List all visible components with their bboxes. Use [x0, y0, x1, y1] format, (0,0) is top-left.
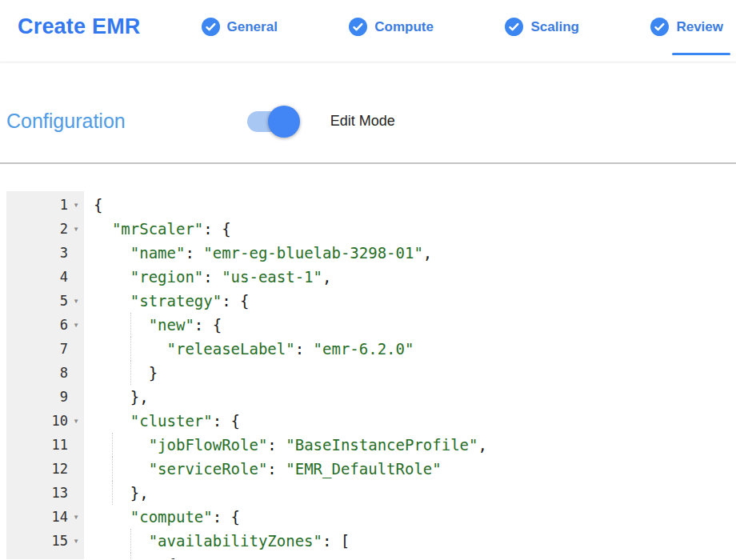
indent-guide	[112, 433, 113, 457]
code-line[interactable]: 16▾ {	[6, 553, 736, 559]
code-token: "region"	[130, 268, 204, 286]
code-token: :	[203, 268, 222, 286]
code-token	[94, 508, 130, 526]
code-token: ,	[322, 268, 331, 286]
json-editor[interactable]: 1▾{2▾ "mrScaler": {3 "name": "emr-eg-blu…	[6, 191, 736, 559]
code-text[interactable]: "cluster": {	[84, 409, 240, 433]
fold-arrow-icon[interactable]: ▾	[68, 553, 84, 559]
code-token: ,	[423, 244, 432, 262]
step-label: Compute	[374, 19, 434, 35]
code-token: "new"	[149, 316, 194, 334]
code-token: "name"	[130, 244, 186, 262]
step-review[interactable]: Review	[650, 18, 723, 36]
page-title: Create EMR	[18, 14, 141, 39]
code-line[interactable]: 9 },	[6, 385, 736, 409]
fold-arrow-icon[interactable]: ▾	[68, 217, 84, 241]
check-circle-icon	[505, 18, 523, 36]
toggle-knob[interactable]	[268, 106, 300, 138]
code-text[interactable]: {	[84, 553, 176, 559]
code-text[interactable]: "serviceRole": "EMR_DefaultRole"	[84, 457, 442, 481]
code-token: :	[267, 436, 286, 454]
fold-arrow-icon[interactable]: ▾	[68, 505, 84, 529]
line-number: 1	[60, 193, 68, 217]
check-circle-icon	[202, 18, 220, 36]
code-line[interactable]: 6▾ "new": {	[6, 313, 736, 337]
line-number: 6	[60, 313, 68, 337]
code-text[interactable]: "new": {	[84, 313, 222, 337]
code-token: "jobFlowRole"	[149, 436, 268, 454]
code-line[interactable]: 14▾ "compute": {	[6, 505, 736, 529]
step-scaling[interactable]: Scaling	[505, 18, 578, 36]
fold-arrow-icon[interactable]: ▾	[68, 193, 84, 217]
indent-guide	[112, 457, 113, 481]
code-token: :	[295, 340, 314, 358]
step-label: General	[227, 19, 278, 35]
step-compute[interactable]: Compute	[349, 18, 434, 36]
step-label: Review	[676, 19, 723, 35]
code-token	[94, 220, 112, 238]
indent-guide	[130, 361, 131, 385]
code-text[interactable]: "jobFlowRole": "BaseInstanceProfile",	[84, 433, 487, 457]
code-token: "emr-6.2.0"	[314, 340, 414, 358]
code-line[interactable]: 2▾ "mrScaler": {	[6, 217, 736, 241]
code-text[interactable]: "strategy": {	[84, 289, 249, 313]
code-token: "BaseInstanceProfile"	[286, 436, 478, 454]
indent-guide	[130, 313, 131, 337]
gutter-cell: 15▾	[6, 529, 84, 553]
gutter-cell: 1▾	[6, 193, 84, 217]
fold-arrow-icon[interactable]: ▾	[68, 409, 84, 433]
code-line[interactable]: 11 "jobFlowRole": "BaseInstanceProfile",	[6, 433, 736, 457]
code-line[interactable]: 13 },	[6, 481, 736, 505]
fold-arrow-icon[interactable]: ▾	[68, 529, 84, 553]
code-token: : [	[322, 532, 350, 550]
code-text[interactable]: "name": "emr-eg-bluelab-3298-01",	[84, 241, 432, 265]
code-token: : {	[194, 316, 222, 334]
gutter-cell: 4	[6, 265, 84, 289]
line-number: 12	[52, 457, 68, 481]
code-text[interactable]: "region": "us-east-1",	[84, 265, 331, 289]
line-number: 3	[60, 241, 68, 265]
line-number: 14	[52, 505, 68, 529]
code-text[interactable]: "releaseLabel": "emr-6.2.0"	[84, 337, 414, 361]
code-text[interactable]: "availabilityZones": [	[84, 529, 350, 553]
wizard-header: Create EMR General Compute Scaling Revie…	[0, 0, 736, 62]
check-circle-icon	[650, 18, 669, 36]
code-line[interactable]: 4 "region": "us-east-1",	[6, 265, 736, 289]
gutter-cell: 3	[6, 241, 84, 265]
gutter-cell: 5▾	[6, 289, 84, 313]
code-token	[94, 532, 149, 550]
code-line[interactable]: 10▾ "cluster": {	[6, 409, 736, 433]
gutter-cell: 8	[6, 361, 84, 385]
code-text[interactable]: "mrScaler": {	[84, 217, 231, 241]
code-token: ,	[478, 436, 486, 454]
configuration-heading: Configuration	[6, 110, 126, 133]
code-text[interactable]: },	[84, 481, 149, 505]
fold-arrow-icon[interactable]: ▾	[68, 289, 84, 313]
indent-guide	[130, 529, 131, 553]
indent-guide	[130, 553, 131, 559]
code-token: : {	[222, 292, 249, 310]
code-line[interactable]: 7 "releaseLabel": "emr-6.2.0"	[6, 337, 736, 361]
code-text[interactable]: {	[84, 193, 102, 217]
code-token: },	[94, 388, 149, 406]
fold-arrow-icon[interactable]: ▾	[68, 313, 84, 337]
code-text[interactable]: },	[84, 385, 149, 409]
gutter-cell: 13	[6, 481, 84, 505]
gutter-cell: 9	[6, 385, 84, 409]
code-line[interactable]: 8 }	[6, 361, 736, 385]
code-line[interactable]: 3 "name": "emr-eg-bluelab-3298-01",	[6, 241, 736, 265]
code-text[interactable]: "compute": {	[84, 505, 240, 529]
edit-mode-toggle[interactable]	[247, 105, 300, 138]
code-token: : {	[213, 412, 240, 430]
line-number: 8	[60, 361, 68, 385]
code-line[interactable]: 5▾ "strategy": {	[6, 289, 736, 313]
code-token: :	[185, 244, 203, 262]
code-line[interactable]: 12 "serviceRole": "EMR_DefaultRole"	[6, 457, 736, 481]
code-text[interactable]: }	[84, 361, 158, 385]
step-general[interactable]: General	[202, 18, 278, 36]
code-line[interactable]: 15▾ "availabilityZones": [	[6, 529, 736, 553]
indent-guide	[112, 481, 113, 505]
configuration-bar: Configuration Edit Mode	[0, 62, 736, 164]
code-line[interactable]: 1▾{	[6, 193, 736, 217]
code-token: {	[94, 556, 176, 559]
